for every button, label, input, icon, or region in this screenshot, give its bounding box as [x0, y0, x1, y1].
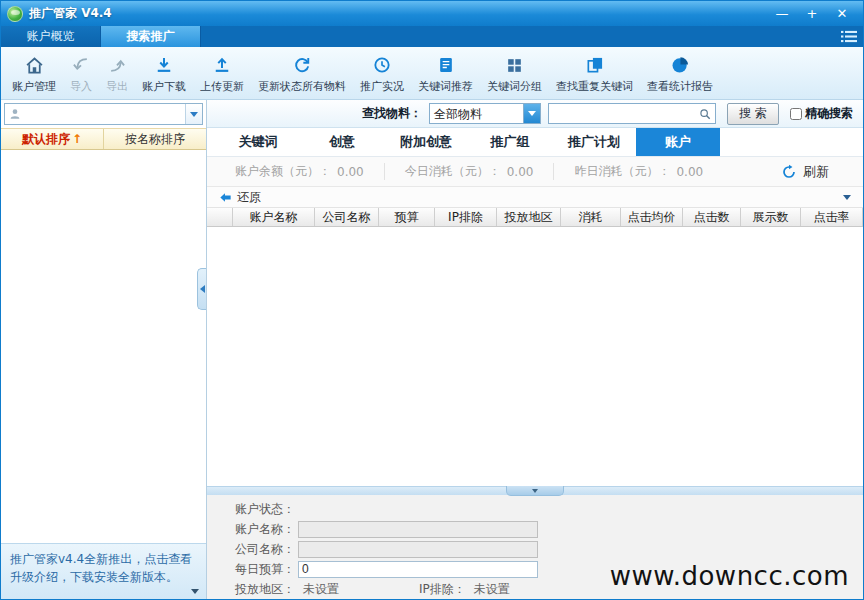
sort-tab-default[interactable]: 默认排序 ↑ — [1, 129, 104, 149]
select-column-header[interactable] — [207, 208, 233, 226]
column-header-cost[interactable]: 消耗 — [561, 208, 621, 226]
chevron-down-icon — [532, 489, 538, 493]
tab-promotion-plan[interactable]: 推广计划 — [552, 128, 636, 156]
material-filter-label: 查找物料： — [362, 105, 422, 122]
column-filter-chevron-down-icon[interactable] — [843, 195, 851, 200]
tab-extra-creatives[interactable]: 附加创意 — [384, 128, 468, 156]
toolbar-item-export[interactable]: 导出 — [99, 48, 135, 98]
toolbar-item-promotion-live[interactable]: 推广实况 — [353, 48, 411, 98]
account-search-box — [4, 103, 203, 125]
keyword-recommend-icon — [436, 53, 456, 78]
sort-by-name-label: 按名称排序 — [125, 131, 185, 148]
export-icon — [107, 53, 127, 78]
stat-yesterday-cost: 昨日消耗（元）： 0.00 — [553, 163, 723, 180]
stat-account-balance: 账户余额（元）： 0.00 — [215, 163, 384, 180]
tab-account-overview[interactable]: 账户概览 — [1, 26, 101, 47]
column-header-company-name[interactable]: 公司名称 — [315, 208, 379, 226]
toolbar-item-update-status[interactable]: 更新状态所有物料 — [251, 48, 353, 98]
column-header-account-name[interactable]: 账户名称 — [233, 208, 315, 226]
stats-bar: 账户余额（元）： 0.00 今日消耗（元）： 0.00 昨日消耗（元）： 0.0… — [207, 157, 863, 187]
company-name-field[interactable] — [298, 541, 538, 558]
search-icon[interactable] — [698, 107, 712, 121]
toolbar-item-find-duplicate-keywords[interactable]: 查找重复关键词 — [549, 48, 640, 98]
account-search-input[interactable] — [22, 105, 185, 123]
tab-creatives[interactable]: 创意 — [300, 128, 384, 156]
column-header-budget[interactable]: 预算 — [379, 208, 435, 226]
column-header-avg-click-price[interactable]: 点击均价 — [621, 208, 683, 226]
refresh-button[interactable]: 刷新 — [781, 163, 829, 181]
arrow-left-icon — [219, 191, 232, 204]
account-table-body[interactable] — [207, 227, 863, 486]
toolbar-item-account-management[interactable]: 账户管理 — [5, 48, 63, 98]
chevron-down-icon[interactable] — [185, 104, 202, 124]
restore-label: 还原 — [237, 189, 261, 206]
window-title: 推广管家 V4.4 — [29, 5, 112, 22]
toolbar-item-account-download[interactable]: 账户下载 — [135, 48, 193, 98]
toolbar-item-label: 查找重复关键词 — [556, 79, 633, 94]
minimize-button[interactable]: — — [767, 4, 797, 23]
tab-search-promotion[interactable]: 搜索推广 — [101, 26, 201, 47]
nav-tab-bar: 账户概览 搜索推广 — [1, 26, 863, 47]
keyword-search-box — [548, 103, 716, 124]
duplicate-search-icon — [585, 53, 605, 78]
account-name-field[interactable] — [298, 521, 538, 538]
column-header-ip-exclude[interactable]: IP排除 — [435, 208, 497, 226]
toolbar-item-keyword-recommend[interactable]: 关键词推荐 — [411, 48, 480, 98]
stat-label: 今日消耗（元）： — [405, 163, 501, 180]
toolbar-item-upload-update[interactable]: 上传更新 — [193, 48, 251, 98]
toolbar-item-keyword-group[interactable]: 关键词分组 — [480, 48, 549, 98]
sort-tab-by-name[interactable]: 按名称排序 — [104, 129, 206, 149]
toolbar-item-view-statistics-report[interactable]: 查看统计报告 — [640, 48, 720, 98]
column-header-region[interactable]: 投放地区 — [497, 208, 561, 226]
maximize-button[interactable]: + — [797, 4, 827, 23]
user-icon — [8, 107, 22, 121]
sidebar-collapse-handle[interactable] — [197, 268, 206, 310]
close-button[interactable]: ✕ — [827, 4, 857, 23]
region-value: 未设置 — [303, 581, 339, 598]
company-name-label: 公司名称： — [207, 541, 295, 558]
restore-button[interactable]: 还原 — [219, 189, 261, 206]
stat-value: 0.00 — [507, 165, 534, 179]
column-header-clicks[interactable]: 点击数 — [683, 208, 741, 226]
chevron-down-icon[interactable] — [523, 104, 540, 123]
material-tab-bar: 关键词 创意 附加创意 推广组 推广计划 账户 — [207, 128, 863, 157]
tab-account[interactable]: 账户 — [636, 128, 720, 156]
title-bar: 推广管家 V4.4 — + ✕ — [1, 1, 863, 26]
column-header-ctr[interactable]: 点击率 — [801, 208, 863, 226]
refresh-label: 刷新 — [803, 163, 829, 181]
refresh-status-icon — [292, 53, 312, 78]
toolbar-item-label: 更新状态所有物料 — [258, 79, 346, 94]
search-button[interactable]: 搜 索 — [727, 103, 779, 125]
column-header-impressions[interactable]: 展示数 — [741, 208, 801, 226]
toolbar-item-label: 导出 — [106, 79, 128, 94]
upload-icon — [212, 53, 232, 78]
sort-tab-bar: 默认排序 ↑ 按名称排序 — [1, 128, 206, 150]
panel-collapse-handle[interactable] — [506, 486, 564, 496]
account-list[interactable] — [1, 150, 206, 543]
clock-icon — [372, 53, 392, 78]
material-filter-bar: 查找物料： 全部物料 搜 索 精确搜索 — [207, 100, 863, 128]
stat-value: 0.00 — [676, 165, 703, 179]
tab-promotion-group[interactable]: 推广组 — [468, 128, 552, 156]
pie-chart-icon — [670, 53, 690, 78]
toolbar-item-label: 账户下载 — [142, 79, 186, 94]
exact-search-checkbox[interactable] — [790, 108, 802, 120]
exact-search-label: 精确搜索 — [805, 105, 853, 122]
grid-icon — [505, 53, 524, 78]
keyword-search-input[interactable] — [553, 105, 698, 122]
toolbar-item-label: 导入 — [70, 79, 92, 94]
stat-value: 0.00 — [337, 165, 364, 179]
chevron-down-icon[interactable] — [191, 589, 199, 594]
menu-icon[interactable] — [835, 26, 863, 47]
material-type-select[interactable]: 全部物料 — [429, 103, 541, 124]
account-status-label: 账户状态： — [207, 501, 295, 518]
chevron-left-icon — [200, 285, 205, 293]
upgrade-notice[interactable]: 推广管家v4.4全新推出，点击查看升级介绍，下载安装全新版本。 — [1, 543, 206, 599]
toolbar-item-label: 关键词推荐 — [418, 79, 473, 94]
toolbar-item-label: 上传更新 — [200, 79, 244, 94]
tab-keywords[interactable]: 关键词 — [216, 128, 300, 156]
toolbar-item-import[interactable]: 导入 — [63, 48, 99, 98]
daily-budget-field[interactable] — [298, 561, 538, 578]
table-header: 账户名称 公司名称 预算 IP排除 投放地区 消耗 点击均价 点击数 展示数 点… — [207, 208, 863, 227]
stat-label: 昨日消耗（元）： — [574, 163, 670, 180]
